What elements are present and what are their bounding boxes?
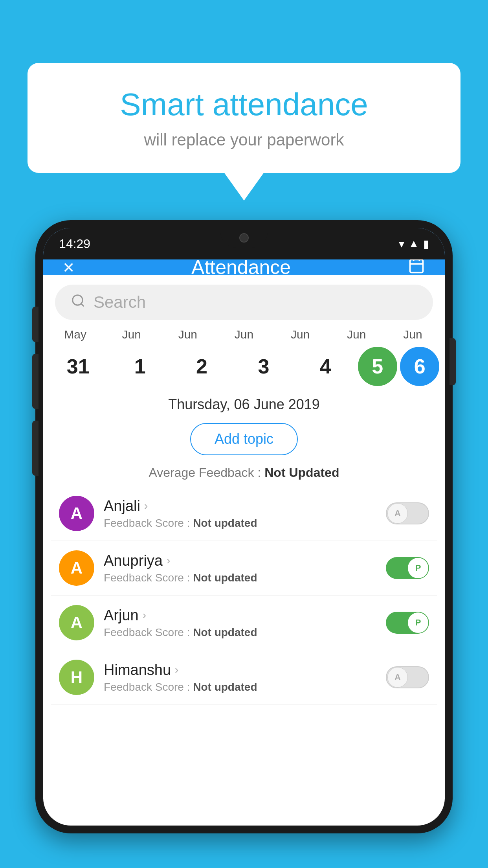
calendar-month-0: May (47, 328, 103, 344)
app-content: Search May Jun Jun Jun Jun Jun Jun 31 1 … (43, 275, 445, 826)
signal-icon: ▲ (408, 237, 419, 250)
student-item[interactable]: A Arjun › Feedback Score : Not updated P (51, 596, 437, 650)
chevron-icon: › (175, 664, 178, 676)
chevron-icon: › (167, 554, 170, 567)
status-icons: ▾ ▲ ▮ (399, 237, 429, 250)
speech-bubble-container: Smart attendance will replace your paper… (28, 63, 460, 200)
student-score-himanshu: Feedback Score : Not updated (104, 681, 376, 693)
wifi-icon: ▾ (399, 237, 404, 250)
student-name-anupriya: Anupriya › (104, 552, 376, 569)
toggle-knob-anjali: A (387, 503, 408, 524)
student-avatar-arjun: A (59, 605, 94, 640)
student-item[interactable]: H Himanshu › Feedback Score : Not update… (51, 650, 437, 705)
student-info-himanshu: Himanshu › Feedback Score : Not updated (104, 662, 376, 693)
calendar-date-5-selected[interactable]: 5 (358, 347, 397, 386)
student-name-anjali: Anjali › (104, 498, 376, 515)
student-name-himanshu: Himanshu › (104, 662, 376, 679)
calendar-month-1: Jun (103, 328, 160, 344)
calendar-date-1[interactable]: 1 (110, 347, 169, 386)
power-button (449, 338, 456, 385)
student-item[interactable]: A Anjali › Feedback Score : Not updated … (51, 486, 437, 541)
svg-point-4 (73, 295, 83, 305)
calendar-date-31[interactable]: 31 (49, 347, 108, 386)
search-placeholder: Search (94, 293, 146, 312)
toggle-knob-anupriya: P (408, 558, 428, 578)
student-score-arjun: Feedback Score : Not updated (104, 626, 376, 639)
toggle-knob-himanshu: A (387, 667, 408, 688)
notch (220, 228, 268, 248)
battery-icon: ▮ (423, 237, 429, 250)
avg-feedback: Average Feedback : Not Updated (43, 462, 445, 486)
student-score-anupriya: Feedback Score : Not updated (104, 572, 376, 584)
student-avatar-anupriya: A (59, 550, 94, 586)
chevron-icon: › (143, 609, 146, 622)
speech-bubble-subtitle: will replace your paperwork (59, 131, 429, 149)
calendar-month-5: Jun (328, 328, 385, 344)
attendance-toggle-himanshu[interactable]: A (386, 666, 429, 688)
student-info-anupriya: Anupriya › Feedback Score : Not updated (104, 552, 376, 584)
student-info-anjali: Anjali › Feedback Score : Not updated (104, 498, 376, 530)
student-item[interactable]: A Anupriya › Feedback Score : Not update… (51, 541, 437, 596)
attendance-toggle-anjali[interactable]: A (386, 502, 429, 524)
phone-outer: 14:29 ▾ ▲ ▮ × Attendance (35, 220, 453, 833)
status-bar: 14:29 ▾ ▲ ▮ (43, 228, 445, 259)
svg-line-5 (81, 303, 84, 306)
calendar-date-2[interactable]: 2 (172, 347, 231, 386)
selected-date-label: Thursday, 06 June 2019 (43, 392, 445, 417)
silent-button (32, 307, 39, 342)
volume-down-button (32, 421, 39, 476)
calendar-date-6-today[interactable]: 6 (400, 347, 439, 386)
svg-rect-0 (410, 259, 423, 272)
avg-feedback-value: Not Updated (264, 465, 339, 480)
avg-feedback-label: Average Feedback : (149, 465, 265, 480)
speech-bubble-title: Smart attendance (59, 86, 429, 123)
calendar-date-4[interactable]: 4 (296, 347, 355, 386)
search-icon (71, 292, 86, 312)
search-bar[interactable]: Search (55, 285, 433, 320)
calendar-dates-row: 31 1 2 3 4 5 6 (43, 344, 445, 392)
chevron-icon: › (144, 500, 148, 512)
student-score-anjali: Feedback Score : Not updated (104, 517, 376, 530)
student-name-arjun: Arjun › (104, 607, 376, 624)
student-info-arjun: Arjun › Feedback Score : Not updated (104, 607, 376, 639)
attendance-toggle-arjun[interactable]: P (386, 612, 429, 634)
calendar-icon[interactable] (408, 257, 425, 278)
toggle-knob-arjun: P (408, 612, 428, 633)
volume-up-button (32, 354, 39, 409)
calendar-month-4: Jun (272, 328, 328, 344)
calendar-date-3[interactable]: 3 (234, 347, 293, 386)
student-avatar-anjali: A (59, 496, 94, 531)
camera (239, 233, 249, 243)
calendar-months-row: May Jun Jun Jun Jun Jun Jun (43, 320, 445, 344)
speech-bubble-tail (224, 173, 264, 200)
student-avatar-himanshu: H (59, 660, 94, 695)
status-time: 14:29 (59, 237, 90, 251)
attendance-toggle-anupriya[interactable]: P (386, 557, 429, 579)
phone-screen: × Attendance (43, 228, 445, 826)
phone-container: 14:29 ▾ ▲ ▮ × Attendance (35, 220, 453, 868)
student-list: A Anjali › Feedback Score : Not updated … (43, 486, 445, 705)
calendar-month-3: Jun (216, 328, 272, 344)
calendar-month-6: Jun (385, 328, 441, 344)
calendar-month-2: Jun (160, 328, 216, 344)
speech-bubble: Smart attendance will replace your paper… (28, 63, 460, 173)
add-topic-button[interactable]: Add topic (190, 423, 298, 455)
